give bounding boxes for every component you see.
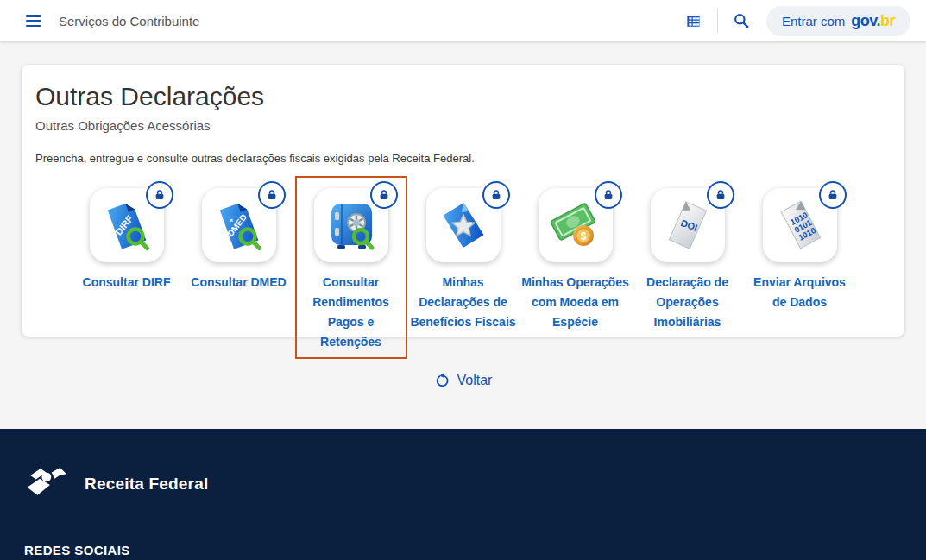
service-item-consultar-rendimentos[interactable]: Consultar Rendimentos Pagos e Retenções: [295, 176, 407, 359]
service-tile-wrap: [314, 188, 388, 262]
govbr-logo: gov.br: [851, 12, 895, 30]
service-label: Enviar Arquivos de Dados: [746, 273, 854, 312]
service-tile-wrap: 1010 0101 1010: [763, 188, 837, 262]
service-item-operacoes-imobiliarias[interactable]: DOI Declaração de Operações Imobiliárias: [632, 176, 744, 359]
service-label: Consultar Rendimentos Pagos e Retenções: [297, 273, 406, 352]
login-button-label: Entrar com: [782, 14, 845, 28]
page-subtitle: Outras Obrigações Acessórias: [35, 116, 891, 135]
svg-text:$: $: [580, 230, 586, 242]
footer-logo-text: Receita Federal: [85, 475, 208, 494]
service-label: Consultar DIRF: [72, 273, 181, 293]
service-tile-wrap: DIRF: [90, 188, 164, 262]
service-tile-wrap: DOI: [651, 188, 725, 262]
service-label: Declaração de Operações Imobiliárias: [633, 273, 742, 332]
app-window: Serviços do Contribuinte Entrar com gov.…: [0, 0, 926, 560]
receita-federal-emblem-icon: [24, 465, 74, 503]
back-button[interactable]: Voltar: [0, 373, 926, 388]
header-title: Serviços do Contribuinte: [59, 14, 199, 28]
lock-badge-icon: [707, 181, 734, 209]
lock-badge-icon: [370, 181, 398, 209]
social-networks-heading: REDES SOCIAIS: [24, 543, 926, 557]
service-label: Consultar DMED: [185, 273, 293, 293]
service-tile-wrap: $: [539, 188, 613, 262]
lock-badge-icon: [146, 181, 173, 209]
undo-arrow-icon: [434, 373, 450, 388]
services-row: DIRF Consultar DIRF: [35, 176, 891, 359]
service-label: Minhas Declarações de Benefícios Fiscais: [409, 273, 518, 332]
footer: Receita Federal REDES SOCIAIS: [0, 429, 926, 560]
service-item-enviar-arquivos[interactable]: 1010 0101 1010: [744, 176, 856, 359]
lock-badge-icon: [482, 181, 510, 209]
service-tile-wrap: [426, 188, 501, 262]
hamburger-menu-icon[interactable]: [26, 15, 41, 27]
govbr-login-button[interactable]: Entrar com gov.br: [766, 6, 910, 36]
lock-badge-icon: [819, 181, 847, 209]
service-item-consultar-dirf[interactable]: DIRF Consultar DIRF: [71, 176, 183, 359]
page-description: Preencha, entregue e consulte outras dec…: [35, 152, 891, 166]
service-item-beneficios-fiscais[interactable]: Minhas Declarações de Benefícios Fiscais: [407, 176, 520, 359]
top-header-bar: Serviços do Contribuinte Entrar com gov.…: [0, 0, 926, 41]
search-icon[interactable]: [727, 6, 756, 35]
back-label: Voltar: [457, 373, 493, 388]
receita-federal-logo: Receita Federal: [24, 465, 926, 503]
lock-badge-icon: [595, 181, 622, 209]
main-card: Outras Declarações Outras Obrigações Ace…: [22, 65, 904, 337]
header-divider: [717, 9, 718, 33]
service-label: Minhas Operações com Moeda em Espécie: [521, 273, 630, 332]
service-item-consultar-dmed[interactable]: + DMED Consultar DME: [183, 176, 295, 359]
apps-grid-icon[interactable]: [679, 6, 709, 35]
service-tile-wrap: + DMED: [202, 188, 276, 262]
lock-badge-icon: [258, 181, 286, 209]
page-title: Outras Declarações: [35, 82, 891, 111]
service-item-moeda-especie[interactable]: $ Minhas Operações com Moeda em Espécie: [520, 176, 632, 359]
